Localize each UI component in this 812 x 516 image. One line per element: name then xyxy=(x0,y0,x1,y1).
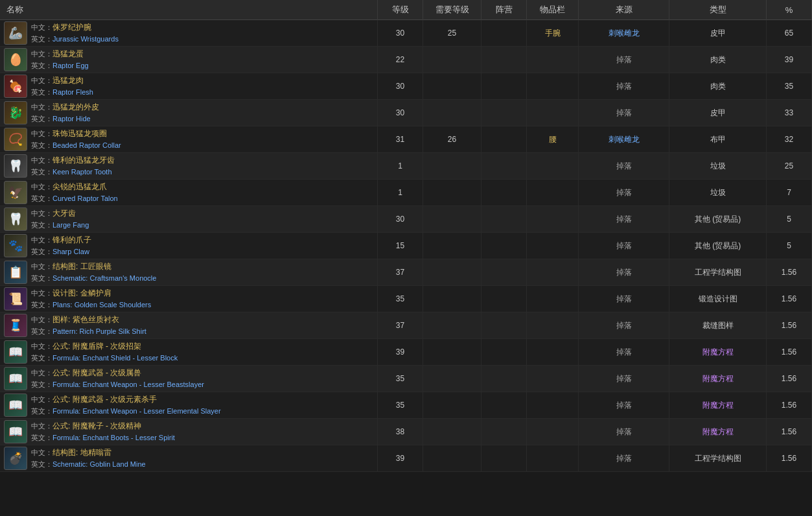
item-slot xyxy=(527,153,579,180)
item-source: 掉落 xyxy=(579,47,669,73)
item-faction xyxy=(481,286,527,312)
col-slot[interactable]: 物品栏 xyxy=(527,0,579,20)
item-type: 垃圾 xyxy=(669,153,767,180)
item-slot xyxy=(527,233,579,259)
item-name-cell: 📖中文：公式: 附魔武器 - 次级元素杀手英文：Formula: Enchant… xyxy=(0,392,378,419)
item-level: 30 xyxy=(378,73,423,100)
item-en-name[interactable]: Raptor Flesh xyxy=(52,88,93,96)
item-en-name[interactable]: Raptor Hide xyxy=(52,115,91,123)
table-header-row: 名称 等级 需要等级 阵营 物品栏 来源 类型 % xyxy=(0,0,812,20)
item-slot xyxy=(527,100,579,126)
item-req-level xyxy=(423,153,481,180)
item-req-level xyxy=(423,259,481,286)
item-name-cell: 🦷中文：大牙齿英文：Large Fang xyxy=(0,206,378,233)
item-en-name[interactable]: Schematic: Craftsman's Monocle xyxy=(52,274,156,282)
item-req-level xyxy=(423,180,481,206)
item-slot xyxy=(527,286,579,312)
item-faction xyxy=(481,312,527,339)
item-slot xyxy=(527,366,579,392)
item-faction xyxy=(481,100,527,126)
item-cn-name: 公式: 附魔武器 - 次级属兽 xyxy=(52,368,141,377)
item-slot xyxy=(527,73,579,100)
item-type: 锻造设计图 xyxy=(669,286,767,312)
item-source: 掉落 xyxy=(579,419,669,445)
item-name-cell: 📋中文：结构图: 工匠眼镜英文：Schematic: Craftsman's M… xyxy=(0,259,378,286)
item-type: 垃圾 xyxy=(669,180,767,206)
item-en-name[interactable]: Raptor Egg xyxy=(52,62,89,69)
item-req-level xyxy=(423,392,481,419)
item-req-level xyxy=(423,206,481,233)
item-en-name[interactable]: Large Fang xyxy=(52,221,89,229)
col-req-level[interactable]: 需要等级 xyxy=(423,0,481,20)
item-icon: 📜 xyxy=(4,287,27,311)
item-icon: 🦷 xyxy=(4,207,27,231)
col-source[interactable]: 来源 xyxy=(579,0,669,20)
item-pct: 39 xyxy=(767,47,812,73)
item-icon: 📋 xyxy=(4,261,27,284)
item-icon: 🍖 xyxy=(4,75,27,98)
col-pct[interactable]: % xyxy=(767,0,812,20)
item-pct: 25 xyxy=(767,153,812,180)
item-req-level xyxy=(423,73,481,100)
item-name-cell: 🥚中文：迅猛龙蛋英文：Raptor Egg xyxy=(0,47,378,73)
item-en-name[interactable]: Formula: Enchant Weapon - Lesser Element… xyxy=(52,407,221,415)
item-en-name[interactable]: Formula: Enchant Weapon - Lesser Beastsl… xyxy=(52,381,204,388)
item-en-name[interactable]: Formula: Enchant Boots - Lesser Spirit xyxy=(52,434,175,441)
item-faction xyxy=(481,206,527,233)
item-en-name[interactable]: Curved Raptor Talon xyxy=(52,194,118,202)
item-type: 其他 (贸易品) xyxy=(669,233,767,259)
item-slot xyxy=(527,47,579,73)
item-en-name[interactable]: Jurassic Wristguards xyxy=(52,35,119,43)
table-row: 🦷中文：大牙齿英文：Large Fang30掉落其他 (贸易品)5 xyxy=(0,206,812,233)
item-en-name[interactable]: Plans: Golden Scale Shoulders xyxy=(52,301,151,309)
item-icon: 📖 xyxy=(4,420,27,443)
item-source: 掉落 xyxy=(579,233,669,259)
item-slot xyxy=(527,419,579,445)
item-type: 附魔方程 xyxy=(669,366,767,392)
item-faction xyxy=(481,419,527,445)
col-faction[interactable]: 阵营 xyxy=(481,0,527,20)
item-faction xyxy=(481,73,527,100)
item-req-level: 25 xyxy=(423,20,481,47)
item-slot xyxy=(527,180,579,206)
item-type: 附魔方程 xyxy=(669,339,767,366)
table-row: 🧵中文：图样: 紫色丝质衬衣英文：Pattern: Rich Purple Si… xyxy=(0,312,812,339)
item-type: 附魔方程 xyxy=(669,392,767,419)
item-slot xyxy=(527,445,579,472)
table-row: 📖中文：公式: 附魔靴子 - 次级精神英文：Formula: Enchant B… xyxy=(0,419,812,445)
item-en-name[interactable]: Formula: Enchant Shield - Lesser Block xyxy=(52,354,178,362)
item-name-cell: 📖中文：公式: 附魔武器 - 次级属兽英文：Formula: Enchant W… xyxy=(0,366,378,392)
item-icon: 📖 xyxy=(4,367,27,390)
col-level[interactable]: 等级 xyxy=(378,0,423,20)
table-row: 🐾中文：锋利的爪子英文：Sharp Claw15掉落其他 (贸易品)5 xyxy=(0,233,812,259)
item-pct: 7 xyxy=(767,180,812,206)
item-cn-name: 锋利的迅猛龙牙齿 xyxy=(52,156,115,165)
table-row: 💣中文：结构图: 地精嗡雷英文：Schematic: Goblin Land M… xyxy=(0,445,812,472)
item-name-cell: 🍖中文：迅猛龙肉英文：Raptor Flesh xyxy=(0,73,378,100)
item-cn-name: 结构图: 地精嗡雷 xyxy=(52,448,111,457)
item-en-name[interactable]: Sharp Claw xyxy=(52,248,89,255)
col-name[interactable]: 名称 xyxy=(0,0,378,20)
table-row: 🦅中文：尖锐的迅猛龙爪英文：Curved Raptor Talon1掉落垃圾7 xyxy=(0,180,812,206)
item-slot xyxy=(527,312,579,339)
item-faction xyxy=(481,339,527,366)
item-type: 裁缝图样 xyxy=(669,312,767,339)
table-row: 🥚中文：迅猛龙蛋英文：Raptor Egg22掉落肉类39 xyxy=(0,47,812,73)
item-cn-name: 大牙齿 xyxy=(52,209,76,218)
item-en-name[interactable]: Schematic: Goblin Land Mine xyxy=(52,460,146,468)
table-row: 📿中文：珠饰迅猛龙项圈英文：Beaded Raptor Collar3126腰刺… xyxy=(0,126,812,153)
item-level: 1 xyxy=(378,153,423,180)
item-faction xyxy=(481,47,527,73)
item-type: 工程学结构图 xyxy=(669,445,767,472)
item-icon: 📖 xyxy=(4,393,27,417)
item-cn-name: 迅猛龙的外皮 xyxy=(52,102,99,111)
item-cn-name: 迅猛龙肉 xyxy=(52,76,84,85)
item-source[interactable]: 刺喉雌龙 xyxy=(579,20,669,47)
item-en-name[interactable]: Keen Raptor Tooth xyxy=(52,168,112,176)
item-icon: 💣 xyxy=(4,447,27,470)
item-en-name[interactable]: Pattern: Rich Purple Silk Shirt xyxy=(52,327,146,335)
item-source: 掉落 xyxy=(579,445,669,472)
col-type[interactable]: 类型 xyxy=(669,0,767,20)
item-source[interactable]: 刺喉雌龙 xyxy=(579,126,669,153)
item-en-name[interactable]: Beaded Raptor Collar xyxy=(52,141,121,149)
